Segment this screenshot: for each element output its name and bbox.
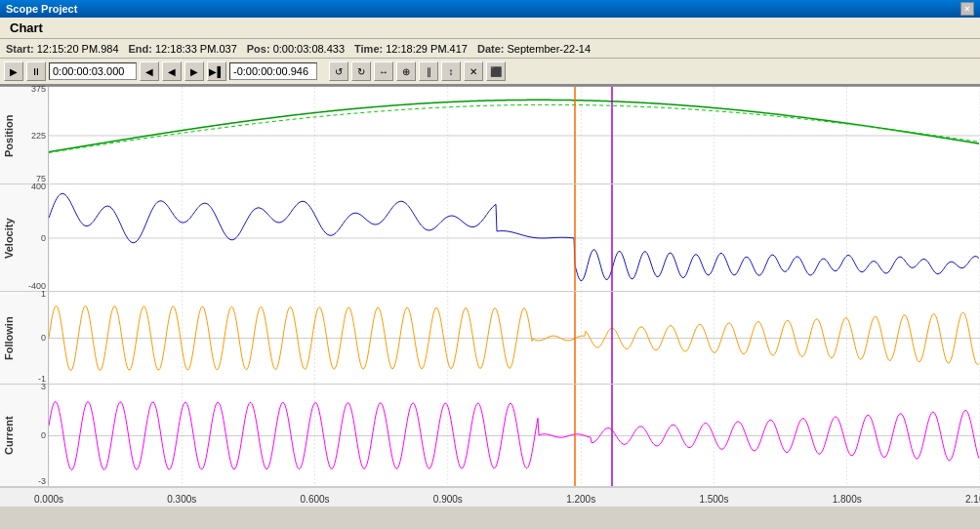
x-tick-4: 1.200s <box>566 494 595 505</box>
zoom-out-button[interactable]: ∥ <box>419 61 438 81</box>
y-tick-current-0: 3 <box>41 382 46 391</box>
zoom-fit-button[interactable]: ⊕ <box>396 61 416 81</box>
x-tick-1: 0.300s <box>167 494 196 505</box>
x-tick-7: 2.100s <box>965 494 980 505</box>
end-label: End: <box>129 43 152 55</box>
x-tick-2: 0.600s <box>301 494 330 505</box>
next-button[interactable]: ▶▌ <box>207 61 226 81</box>
zoom-in-button[interactable]: ↔ <box>374 61 393 81</box>
charts-area: Position37522575Velocity4000-400Followin… <box>0 86 980 507</box>
y-tick-current-1: 0 <box>41 430 46 440</box>
end-info: End: 12:18:33 PM.037 <box>129 43 237 55</box>
chart-canvas-velocity <box>49 184 980 291</box>
y-label-followin: Followin <box>0 292 18 385</box>
start-info: Start: 12:15:20 PM.984 <box>6 43 119 55</box>
time-position-input[interactable] <box>49 62 137 80</box>
time-info: Time: 12:18:29 PM.417 <box>354 43 468 55</box>
y-tick-position-1: 225 <box>31 131 46 141</box>
step-back-button[interactable]: ◀ <box>162 61 182 81</box>
y-tick-velocity-0: 400 <box>31 182 46 191</box>
x-tick-6: 1.800s <box>833 494 862 505</box>
x-tick-0: 0.000s <box>34 494 63 505</box>
max-button[interactable]: ⬛ <box>486 61 506 81</box>
chart-row-followin: Followin10-1 <box>0 292 980 385</box>
pos-value: 0:00:03:08.433 <box>273 43 345 55</box>
x-axis-row: 0.000s0.300s0.600s0.900s1.200s1.500s1.80… <box>0 487 980 507</box>
y-label-velocity: Velocity <box>0 184 18 292</box>
stop-button[interactable]: ✕ <box>464 61 483 81</box>
x-tick-5: 1.500s <box>699 494 728 505</box>
date-label: Date: <box>477 43 505 55</box>
y-label-current: Current <box>0 385 18 487</box>
cursor-button[interactable]: ↕ <box>441 61 461 81</box>
time-value: 12:18:29 PM.417 <box>386 43 468 55</box>
y-label-position: Position <box>0 87 18 184</box>
time-offset-input[interactable] <box>229 62 317 80</box>
start-label: Start: <box>6 43 34 55</box>
chart-row-velocity: Velocity4000-400 <box>0 184 980 292</box>
date-value: September-22-14 <box>507 43 591 55</box>
chart-label: Chart <box>4 20 49 35</box>
time-label: Time: <box>354 43 383 55</box>
start-value: 12:15:20 PM.984 <box>37 43 119 55</box>
y-axis-velocity: Velocity4000-400 <box>0 184 49 291</box>
chart-row-current: Current30-3 <box>0 385 980 487</box>
y-axis-followin: Followin10-1 <box>0 292 49 384</box>
chart-canvas-wrapper-velocity <box>49 184 980 291</box>
title-bar: Scope Project × <box>0 0 980 18</box>
refresh-button[interactable]: ↻ <box>351 61 371 81</box>
chart-canvas-followin <box>49 292 980 384</box>
x-axis-container: 0.000s0.300s0.600s0.900s1.200s1.500s1.80… <box>49 488 980 507</box>
x-tick-3: 0.900s <box>433 494 463 505</box>
y-tick-current-2: -3 <box>38 476 46 486</box>
y-tick-followin-1: 0 <box>41 333 46 343</box>
controls-bar: ▶ ⏸ ◀ ◀ ▶ ▶▌ ↺ ↻ ↔ ⊕ ∥ ↕ ✕ ⬛ <box>0 59 980 86</box>
chart-canvas-current <box>49 385 980 486</box>
chart-toolbar: Chart <box>0 18 980 39</box>
date-info: Date: September-22-14 <box>477 43 591 55</box>
close-button[interactable]: × <box>960 2 974 16</box>
reset-button[interactable]: ↺ <box>329 61 348 81</box>
y-tick-followin-0: 1 <box>41 289 46 299</box>
chart-row-position: Position37522575 <box>0 87 980 184</box>
chart-canvas-wrapper-current <box>49 385 980 486</box>
end-value: 12:18:33 PM.037 <box>155 43 237 55</box>
pos-label: Pos: <box>247 43 270 55</box>
y-axis-current: Current30-3 <box>0 385 49 486</box>
info-bar: Start: 12:15:20 PM.984 End: 12:18:33 PM.… <box>0 39 980 59</box>
window-title: Scope Project <box>6 3 960 15</box>
pos-info: Pos: 0:00:03:08.433 <box>247 43 345 55</box>
play-pause-button[interactable]: ▶ <box>4 61 23 81</box>
y-axis-position: Position37522575 <box>0 87 49 183</box>
y-tick-velocity-1: 0 <box>41 233 46 243</box>
chart-canvas-position <box>49 87 980 183</box>
prev-button[interactable]: ◀ <box>140 61 159 81</box>
chart-canvas-wrapper-followin <box>49 292 980 384</box>
step-forward-button[interactable]: ▶ <box>184 61 204 81</box>
y-tick-position-0: 375 <box>31 84 46 94</box>
chart-canvas-wrapper-position <box>49 87 980 183</box>
pause-button[interactable]: ⏸ <box>26 61 46 81</box>
